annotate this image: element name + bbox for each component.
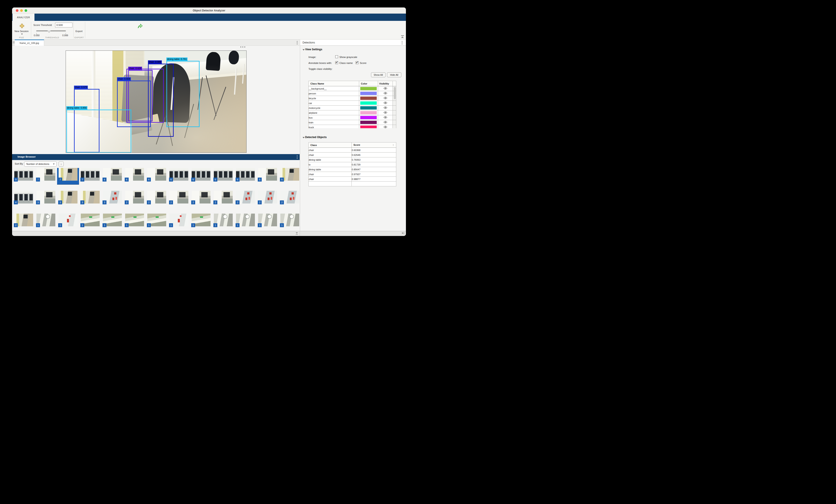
thumbnail-image[interactable]: 2: [192, 191, 211, 203]
class-visibility-cell[interactable]: [378, 115, 393, 120]
color-swatch[interactable]: [360, 97, 377, 100]
thumbnail-image[interactable]: 1: [236, 214, 255, 226]
thumbnail-image[interactable]: 2: [280, 191, 299, 203]
color-swatch[interactable]: [360, 87, 377, 90]
score-threshold-slider[interactable]: [36, 31, 66, 32]
class-color-cell[interactable]: [359, 115, 378, 120]
eye-icon[interactable]: [383, 126, 387, 128]
class-color-cell[interactable]: [359, 96, 378, 101]
class-color-cell[interactable]: [359, 91, 378, 96]
detected-object-row[interactable]: chair0.60368: [309, 148, 396, 153]
eye-icon[interactable]: [383, 107, 387, 109]
eye-icon[interactable]: [383, 121, 387, 124]
thumbnail-image[interactable]: 7: [36, 168, 55, 181]
detected-object-row[interactable]: chair0.62646: [309, 153, 396, 157]
eye-icon[interactable]: [383, 97, 387, 100]
score-threshold-input[interactable]: [55, 23, 73, 27]
show-grayscale-checkbox[interactable]: [335, 55, 338, 58]
thumbnail-image[interactable]: 1: [192, 214, 211, 226]
color-swatch[interactable]: [360, 92, 377, 95]
sort-direction-button[interactable]: ↓: [59, 161, 64, 167]
class-table-header-color[interactable]: Color: [359, 81, 378, 86]
class-visibility-cell[interactable]: [378, 125, 393, 129]
thumbnail-image[interactable]: 1: [125, 214, 144, 226]
detected-object-row[interactable]: chair0.97937: [309, 172, 396, 177]
thumbnail-image[interactable]: 6: [103, 168, 122, 181]
thumbnail-image[interactable]: 1: [59, 214, 77, 226]
eye-icon[interactable]: [383, 112, 387, 114]
class-visibility-cell[interactable]: [378, 101, 393, 105]
tab-analyzer[interactable]: ANALYZER: [13, 14, 35, 21]
scroll-right-indicator-icon[interactable]: [402, 232, 404, 235]
class-row-background[interactable]: __background__: [309, 86, 396, 91]
thumbnail-image[interactable]: 2: [258, 191, 277, 203]
sort-ascending-icon[interactable]: ↑: [393, 143, 394, 147]
class-color-cell[interactable]: [359, 125, 378, 129]
thumbnail-image[interactable]: 6: [125, 168, 144, 181]
color-swatch[interactable]: [360, 116, 377, 119]
thumbnail-image[interactable]: 5: [280, 168, 299, 181]
class-visibility-cell[interactable]: [378, 96, 393, 101]
color-swatch[interactable]: [360, 101, 377, 105]
thumbnail-image[interactable]: 2: [147, 191, 166, 203]
score-checkbox[interactable]: [356, 61, 359, 64]
detected-object-row[interactable]: dining table0.85647: [309, 167, 396, 172]
collapse-ribbon-icon[interactable]: [401, 35, 404, 38]
thumbnail-image[interactable]: 2: [14, 214, 33, 226]
hide-all-button[interactable]: Hide All: [387, 73, 401, 77]
detections-panel-kebab-icon[interactable]: [402, 41, 402, 44]
thumbnail-image[interactable]: 6: [236, 168, 255, 181]
class-color-cell[interactable]: [359, 120, 378, 125]
class-table-header-name[interactable]: Class Name: [309, 81, 359, 86]
thumbnail-image[interactable]: 2: [125, 191, 144, 203]
thumbnail-image[interactable]: 2: [170, 191, 188, 203]
thumbnail-image[interactable]: 6: [147, 168, 166, 181]
eye-icon[interactable]: [383, 92, 387, 95]
class-visibility-cell[interactable]: [378, 91, 393, 96]
document-options-kebab-icon[interactable]: [297, 41, 298, 44]
color-swatch[interactable]: [360, 106, 377, 110]
sort-by-dropdown[interactable]: Number of detections: [24, 161, 57, 167]
thumbnail-image[interactable]: 1: [258, 214, 277, 226]
thumbnail-image[interactable]: 2: [214, 191, 233, 203]
color-swatch[interactable]: [360, 121, 377, 124]
class-color-cell[interactable]: [359, 86, 378, 91]
thumbnail-image[interactable]: 4: [14, 191, 33, 203]
detected-object-row[interactable]: dining table0.76063: [309, 157, 396, 162]
thumbnail-image[interactable]: 1: [103, 214, 122, 226]
thumbnail-image[interactable]: 1: [81, 214, 100, 226]
new-session-button[interactable]: New Session: [12, 22, 31, 37]
detection-box-dining-table[interactable]: [66, 110, 131, 153]
class-visibility-cell[interactable]: [378, 111, 393, 115]
thumbnail-image[interactable]: 9: [14, 168, 33, 181]
thumbnail-image[interactable]: 6: [214, 168, 233, 181]
thumbnail-image[interactable]: 1: [170, 214, 188, 226]
thumbnail-image[interactable]: 1: [36, 214, 55, 226]
thumbnail-image[interactable]: 1: [280, 214, 299, 226]
thumbnail-image[interactable]: 2: [236, 191, 255, 203]
image-browser-kebab-icon[interactable]: [297, 155, 298, 159]
class-color-cell[interactable]: [359, 111, 378, 115]
class-row-train[interactable]: train: [309, 120, 396, 125]
detected-object-row[interactable]: chair0.98877: [309, 177, 396, 181]
class-row-motorcycle[interactable]: motorcycle: [309, 105, 396, 111]
class-table-header-visibility[interactable]: Visibility: [378, 81, 393, 86]
class-visibility-cell[interactable]: [378, 86, 393, 91]
eye-icon[interactable]: [383, 116, 387, 119]
viewer-overflow-menu-icon[interactable]: [241, 46, 245, 47]
thumbnail-image[interactable]: 5: [258, 168, 277, 181]
thumbnail-image[interactable]: 3: [81, 191, 100, 203]
class-table-scrollbar[interactable]: [394, 87, 396, 99]
thumbnail-image[interactable]: 7: [59, 168, 77, 181]
view-settings-collapse-icon[interactable]: [303, 49, 305, 51]
export-button[interactable]: Export: [73, 22, 85, 37]
class-row-person[interactable]: person: [309, 91, 396, 96]
detected-object-row[interactable]: tv0.81739: [309, 162, 396, 167]
detected-objects-collapse-icon[interactable]: [303, 137, 305, 138]
objects-header-score[interactable]: Score↑: [352, 142, 396, 148]
class-row-truck[interactable]: truck: [309, 125, 396, 129]
thumbnail-image[interactable]: 1: [147, 214, 166, 226]
class-row-airplane[interactable]: airplane: [309, 111, 396, 115]
eye-icon[interactable]: [383, 88, 387, 90]
tab-frame-s1-106[interactable]: frame_s1_106.jpg: [15, 39, 44, 46]
